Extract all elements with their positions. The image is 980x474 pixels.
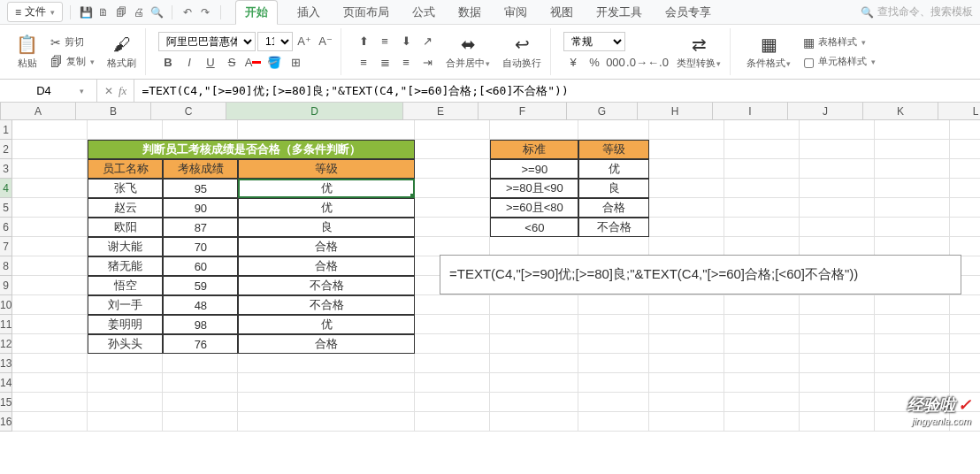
- cell-H10[interactable]: [649, 295, 724, 315]
- cell-B8[interactable]: 猪无能: [88, 256, 163, 276]
- cell-C12[interactable]: 76: [163, 334, 238, 354]
- cancel-formula-icon[interactable]: ✕: [104, 85, 113, 97]
- undo-icon[interactable]: ↶: [180, 4, 195, 20]
- cell-F15[interactable]: [490, 393, 578, 412]
- cell-B9[interactable]: 悟空: [88, 276, 163, 295]
- cell-E7[interactable]: [415, 237, 490, 256]
- cell-G4[interactable]: 良: [578, 179, 649, 198]
- cell-G5[interactable]: 合格: [578, 198, 649, 218]
- cell-E1[interactable]: [415, 120, 490, 140]
- cell-B14[interactable]: [88, 373, 163, 393]
- border-button[interactable]: ⊞: [286, 53, 305, 73]
- cell-C3[interactable]: 考核成绩: [163, 159, 238, 179]
- cell-C14[interactable]: [163, 373, 238, 393]
- cell-A8[interactable]: [12, 256, 88, 276]
- type-convert-button[interactable]: ⇄ 类型转换▾: [673, 32, 724, 72]
- cut-button[interactable]: ✂剪切: [47, 34, 98, 51]
- cell-H13[interactable]: [649, 354, 724, 373]
- row-header-3[interactable]: 3: [0, 159, 12, 179]
- row-header-2[interactable]: 2: [0, 140, 12, 159]
- cell-D11[interactable]: 优: [238, 315, 415, 334]
- cell-K13[interactable]: [875, 354, 950, 373]
- cell-E6[interactable]: [415, 218, 490, 237]
- cell-B10[interactable]: 刘一手: [88, 295, 163, 315]
- cell-F11[interactable]: [490, 315, 578, 334]
- cell-H4[interactable]: [649, 179, 724, 198]
- cell-L3[interactable]: [950, 159, 980, 179]
- orientation-button[interactable]: ↗: [417, 32, 437, 51]
- cell-J7[interactable]: [800, 237, 875, 256]
- decrease-font-icon[interactable]: A⁻: [316, 32, 335, 51]
- cell-K14[interactable]: [875, 373, 950, 393]
- cell-D7[interactable]: 合格: [238, 237, 415, 256]
- export-icon[interactable]: 🗐: [113, 4, 129, 20]
- cell-B4[interactable]: 张飞: [88, 179, 163, 198]
- cell-L14[interactable]: [950, 373, 980, 393]
- cell-F1[interactable]: [490, 120, 578, 140]
- cell-A16[interactable]: [12, 412, 88, 432]
- cell-E4[interactable]: [415, 179, 490, 198]
- row-header-10[interactable]: 10: [0, 295, 12, 315]
- row-header-8[interactable]: 8: [0, 256, 12, 276]
- column-header-H[interactable]: H: [638, 103, 713, 119]
- tab-member[interactable]: 会员专享: [662, 0, 715, 26]
- percent-button[interactable]: %: [585, 53, 604, 73]
- cell-K7[interactable]: [875, 237, 950, 256]
- cell-K1[interactable]: [875, 120, 950, 140]
- cell-C16[interactable]: [163, 412, 238, 432]
- cell-K6[interactable]: [875, 218, 950, 237]
- cell-J5[interactable]: [800, 198, 875, 218]
- number-format-select[interactable]: 常规: [563, 32, 625, 51]
- increase-font-icon[interactable]: A⁺: [295, 32, 314, 51]
- save-as-icon[interactable]: 🗎: [96, 4, 111, 20]
- merge-center-button[interactable]: ⬌ 合并居中▾: [442, 32, 494, 72]
- cell-A4[interactable]: [12, 179, 88, 198]
- column-header-C[interactable]: C: [151, 103, 226, 119]
- command-search[interactable]: 🔍 查找命令、搜索模板: [861, 4, 973, 19]
- cell-G16[interactable]: [578, 412, 649, 432]
- cell-C6[interactable]: 87: [163, 218, 238, 237]
- cell-L1[interactable]: [950, 120, 980, 140]
- cell-C7[interactable]: 70: [163, 237, 238, 256]
- cell-D1[interactable]: [238, 120, 415, 140]
- font-size-select[interactable]: 11: [257, 32, 293, 51]
- decrease-decimal-button[interactable]: ←.0: [648, 53, 668, 73]
- tab-insert[interactable]: 插入: [294, 0, 324, 26]
- cell-H12[interactable]: [649, 334, 724, 354]
- cell-I13[interactable]: [724, 354, 800, 373]
- name-box-input[interactable]: [13, 84, 75, 97]
- cell-E5[interactable]: [415, 198, 490, 218]
- tab-review[interactable]: 审阅: [501, 0, 531, 26]
- cell-J11[interactable]: [800, 315, 875, 334]
- cell-L11[interactable]: [950, 315, 980, 334]
- cell-D10[interactable]: 不合格: [238, 295, 415, 315]
- cell-A13[interactable]: [12, 354, 88, 373]
- fill-color-button[interactable]: 🪣: [264, 53, 284, 73]
- cell-L4[interactable]: [950, 179, 980, 198]
- cell-I16[interactable]: [724, 412, 800, 432]
- cell-H1[interactable]: [649, 120, 724, 140]
- cell-H2[interactable]: [649, 140, 724, 159]
- format-painter-button[interactable]: 🖌 格式刷: [103, 33, 140, 72]
- cell-H3[interactable]: [649, 159, 724, 179]
- cell-G12[interactable]: [578, 334, 649, 354]
- cell-E12[interactable]: [415, 334, 490, 354]
- cell-L2[interactable]: [950, 140, 980, 159]
- cell-A5[interactable]: [12, 198, 88, 218]
- tab-view[interactable]: 视图: [547, 0, 577, 26]
- cell-G13[interactable]: [578, 354, 649, 373]
- cell-H11[interactable]: [649, 315, 724, 334]
- cell-J6[interactable]: [800, 218, 875, 237]
- cell-B6[interactable]: 欧阳: [88, 218, 163, 237]
- cell-D5[interactable]: 优: [238, 198, 415, 218]
- cell-K11[interactable]: [875, 315, 950, 334]
- cell-B11[interactable]: 姜明明: [88, 315, 163, 334]
- print-icon[interactable]: 🖨: [131, 4, 147, 20]
- tab-formula[interactable]: 公式: [409, 0, 439, 26]
- cell-F16[interactable]: [490, 412, 578, 432]
- cell-F2[interactable]: 标准: [490, 140, 578, 159]
- paste-button[interactable]: 📋 粘贴: [12, 32, 42, 72]
- cell-B5[interactable]: 赵云: [88, 198, 163, 218]
- cell-K4[interactable]: [875, 179, 950, 198]
- row-header-11[interactable]: 11: [0, 315, 12, 334]
